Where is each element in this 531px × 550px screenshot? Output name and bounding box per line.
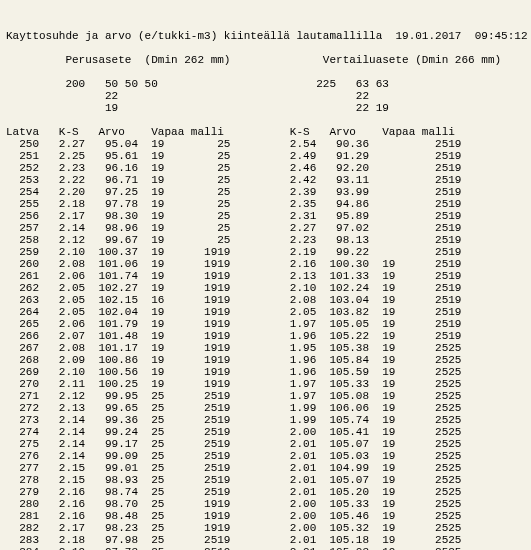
report-body: Kayttosuhde ja arvo (e/tukki-m3) kiinteä… — [6, 30, 525, 550]
